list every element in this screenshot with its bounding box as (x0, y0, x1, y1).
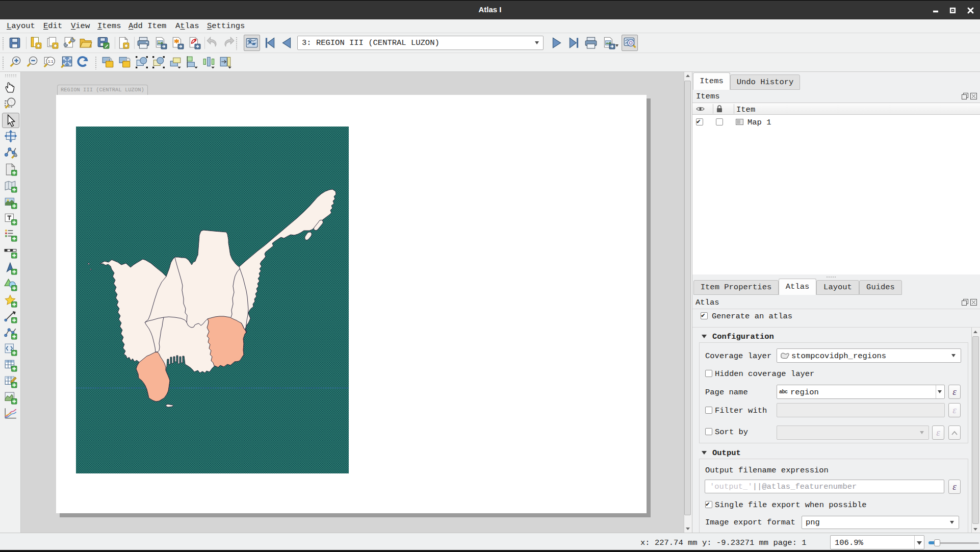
svg-text:1:1: 1:1 (48, 59, 54, 64)
